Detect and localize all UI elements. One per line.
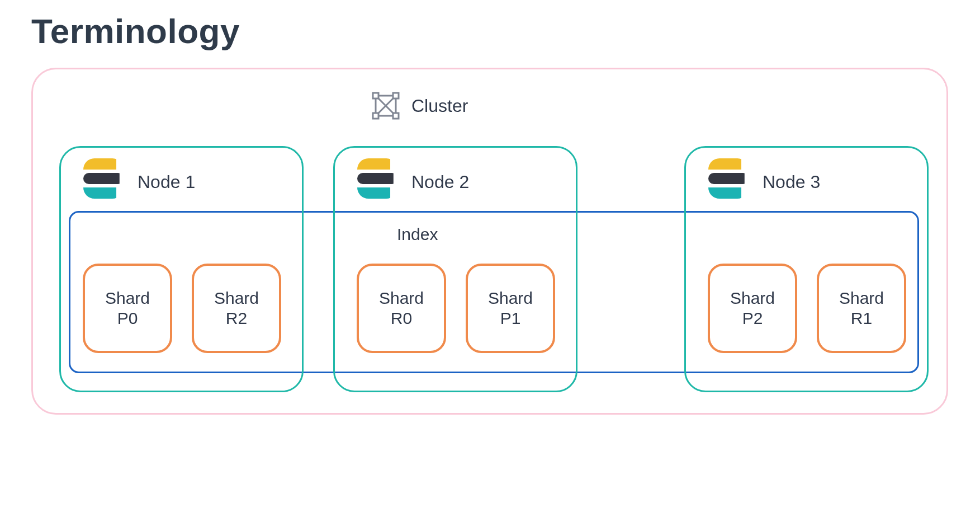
elasticsearch-icon [83,158,124,199]
shard-box: Shard P1 [466,264,555,353]
shard-line: Shard [379,289,424,308]
diagram-canvas: Cluster Index Node 1 Shard P0 Shard R2 N… [31,68,948,471]
node-label-3: Node 3 [763,172,820,192]
shard-box: Shard P0 [83,264,172,353]
shard-box: Shard P2 [708,264,797,353]
shard-line: P2 [742,309,763,328]
shard-line: R2 [226,309,247,328]
shard-line: R1 [851,309,872,328]
elasticsearch-icon [357,158,397,199]
node-label-2: Node 2 [411,172,469,192]
shard-line: Shard [488,289,533,308]
shard-line: Shard [105,289,150,308]
svg-rect-1 [393,93,399,98]
svg-rect-0 [373,93,378,98]
shard-box: Shard R1 [817,264,906,353]
shard-box: Shard R2 [192,264,281,353]
elasticsearch-icon [708,158,749,199]
page-title: Terminology [31,11,949,51]
shard-line: Shard [839,289,884,308]
shard-line: P1 [500,309,521,328]
shard-line: Shard [214,289,259,308]
shard-line: R0 [391,309,412,328]
svg-rect-3 [393,113,399,119]
node-label-1: Node 1 [138,172,195,192]
shard-box: Shard R0 [357,264,446,353]
svg-rect-2 [373,113,378,119]
slide: Terminology Cluster [0,0,980,512]
shard-line: Shard [730,289,775,308]
cluster-icon [370,90,401,121]
shard-line: P0 [117,309,138,328]
cluster-label: Cluster [411,96,468,116]
